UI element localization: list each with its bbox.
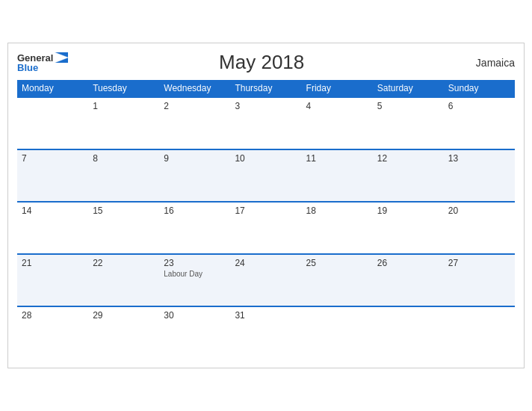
logo-general-text: General bbox=[17, 53, 53, 63]
calendar-day-cell bbox=[373, 306, 444, 359]
calendar-day-cell: 10 bbox=[230, 149, 301, 202]
day-number: 11 bbox=[306, 153, 368, 164]
calendar-day-cell: 11 bbox=[302, 149, 373, 202]
calendar-day-cell: 7 bbox=[17, 149, 88, 202]
calendar-day-cell: 2 bbox=[159, 97, 230, 149]
day-number: 24 bbox=[235, 258, 297, 268]
calendar-week-row: 28293031 bbox=[17, 306, 515, 359]
day-number: 9 bbox=[164, 153, 226, 164]
calendar-day-cell: 1 bbox=[88, 97, 159, 149]
day-number: 31 bbox=[235, 310, 297, 321]
day-number: 29 bbox=[93, 310, 155, 321]
calendar-day-cell: 4 bbox=[302, 97, 373, 149]
logo-flag-icon bbox=[55, 52, 68, 63]
calendar-day-cell: 25 bbox=[302, 254, 373, 306]
calendar-day-cell: 13 bbox=[444, 149, 515, 202]
calendar-week-row: 123456 bbox=[17, 97, 515, 149]
day-number: 1 bbox=[93, 101, 155, 111]
weekday-header-row: MondayTuesdayWednesdayThursdayFridaySatu… bbox=[17, 80, 515, 97]
day-number: 14 bbox=[22, 206, 84, 216]
calendar-day-cell bbox=[444, 306, 515, 359]
weekday-header-thursday: Thursday bbox=[230, 80, 301, 97]
calendar-day-cell: 31 bbox=[230, 306, 301, 359]
calendar-day-cell: 19 bbox=[373, 202, 444, 254]
day-number: 20 bbox=[448, 206, 510, 216]
day-number: 28 bbox=[22, 310, 84, 321]
calendar-week-row: 14151617181920 bbox=[17, 202, 515, 254]
day-number: 16 bbox=[164, 206, 226, 216]
day-number: 26 bbox=[377, 258, 439, 268]
day-number: 18 bbox=[306, 206, 368, 216]
calendar-day-cell: 6 bbox=[444, 97, 515, 149]
calendar-day-cell: 23Labour Day bbox=[159, 254, 230, 306]
calendar-day-cell bbox=[302, 306, 373, 359]
day-number: 23 bbox=[164, 258, 226, 268]
day-number: 3 bbox=[235, 101, 297, 111]
calendar-week-row: 78910111213 bbox=[17, 149, 515, 202]
calendar-week-row: 212223Labour Day24252627 bbox=[17, 254, 515, 306]
weekday-header-wednesday: Wednesday bbox=[159, 80, 230, 97]
day-number: 7 bbox=[22, 153, 84, 164]
calendar-region: Jamaica bbox=[455, 57, 515, 69]
day-number: 13 bbox=[448, 153, 510, 164]
weekday-header-saturday: Saturday bbox=[373, 80, 444, 97]
logo: General Blue bbox=[17, 52, 68, 72]
calendar-day-cell: 12 bbox=[373, 149, 444, 202]
day-number: 15 bbox=[93, 206, 155, 216]
day-number: 17 bbox=[235, 206, 297, 216]
calendar-day-cell: 29 bbox=[88, 306, 159, 359]
day-number: 27 bbox=[448, 258, 510, 268]
calendar-day-cell: 30 bbox=[159, 306, 230, 359]
calendar-day-cell: 14 bbox=[17, 202, 88, 254]
day-number: 4 bbox=[306, 101, 368, 111]
calendar-day-cell: 8 bbox=[88, 149, 159, 202]
calendar-day-cell: 18 bbox=[302, 202, 373, 254]
day-number: 12 bbox=[377, 153, 439, 164]
day-number: 22 bbox=[93, 258, 155, 268]
calendar-day-cell: 26 bbox=[373, 254, 444, 306]
calendar-day-cell: 24 bbox=[230, 254, 301, 306]
calendar-day-cell bbox=[17, 97, 88, 149]
calendar-day-cell: 3 bbox=[230, 97, 301, 149]
calendar-day-cell: 21 bbox=[17, 254, 88, 306]
calendar-day-cell: 27 bbox=[444, 254, 515, 306]
calendar-day-cell: 9 bbox=[159, 149, 230, 202]
day-number: 2 bbox=[164, 101, 226, 111]
day-number: 6 bbox=[448, 101, 510, 111]
day-number: 21 bbox=[22, 258, 84, 268]
calendar-day-cell: 17 bbox=[230, 202, 301, 254]
calendar-day-cell: 16 bbox=[159, 202, 230, 254]
calendar-grid: MondayTuesdayWednesdayThursdayFridaySatu… bbox=[17, 80, 515, 359]
logo-blue-text: Blue bbox=[17, 63, 38, 72]
weekday-header-friday: Friday bbox=[302, 80, 373, 97]
day-number: 25 bbox=[306, 258, 368, 268]
day-number: 10 bbox=[235, 153, 297, 164]
weekday-header-monday: Monday bbox=[17, 80, 88, 97]
calendar-day-cell: 5 bbox=[373, 97, 444, 149]
weekday-header-sunday: Sunday bbox=[444, 80, 515, 97]
weekday-header-tuesday: Tuesday bbox=[88, 80, 159, 97]
event-label: Labour Day bbox=[164, 270, 226, 278]
day-number: 19 bbox=[377, 206, 439, 216]
calendar-day-cell: 15 bbox=[88, 202, 159, 254]
calendar-day-cell: 20 bbox=[444, 202, 515, 254]
calendar-container: General Blue May 2018 Jamaica MondayTues… bbox=[7, 43, 525, 368]
day-number: 5 bbox=[377, 101, 439, 111]
calendar-header: General Blue May 2018 Jamaica bbox=[17, 51, 515, 74]
calendar-day-cell: 22 bbox=[88, 254, 159, 306]
day-number: 30 bbox=[164, 310, 226, 321]
calendar-title: May 2018 bbox=[68, 51, 455, 74]
calendar-day-cell: 28 bbox=[17, 306, 88, 359]
day-number: 8 bbox=[93, 153, 155, 164]
